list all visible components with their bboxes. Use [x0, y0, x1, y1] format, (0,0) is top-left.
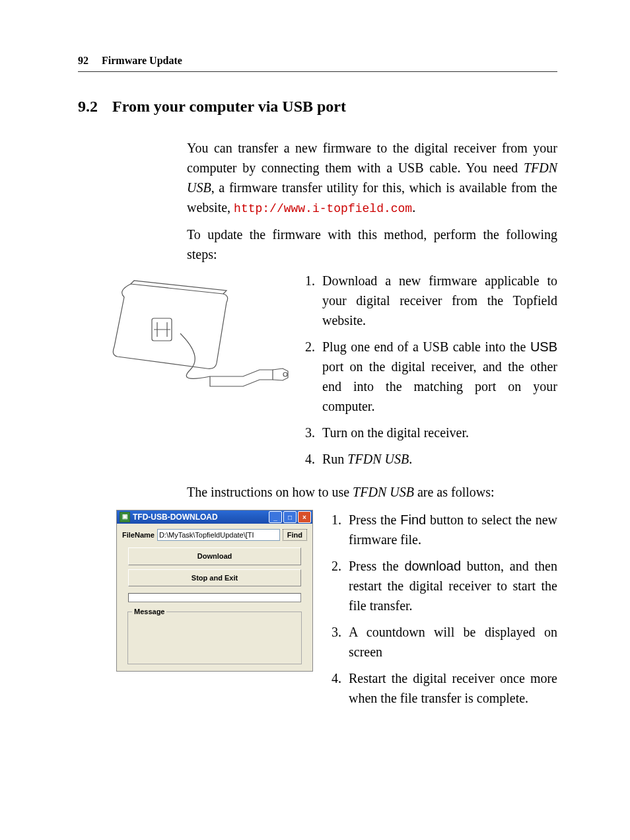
intro-paragraph-1: You can transfer a new firmware to the d…	[187, 138, 557, 218]
tfd-step-4: Restart the digital receiver once more w…	[345, 668, 557, 708]
filename-row: FileName Find	[122, 529, 307, 541]
dialog-titlebar: ▣ TFD-USB-DOWNLOAD _ □ ×	[117, 510, 312, 524]
intro-paragraph-2: To update the firmware with this method,…	[187, 225, 557, 264]
text: Run	[322, 452, 347, 466]
stop-exit-button[interactable]: Stop and Exit	[128, 569, 301, 587]
figure-and-steps-row: Download a new firmware applicable to yo…	[111, 271, 557, 475]
text: .	[412, 200, 415, 215]
chapter-title: Firmware Update	[102, 53, 182, 69]
text: You can transfer a new firmware to the d…	[187, 141, 557, 175]
text: port on the digital receiver, and the ot…	[322, 359, 557, 413]
dialog-title: TFD-USB-DOWNLOAD	[133, 511, 218, 523]
step-3: Turn on the digital receiver.	[318, 423, 557, 442]
step-1: Download a new firmware applicable to yo…	[318, 271, 557, 330]
tfd-step-1: Press the Find button to select the new …	[345, 510, 557, 549]
page-header: 92 Firmware Update	[78, 53, 557, 72]
intro-block: You can transfer a new firmware to the d…	[187, 138, 557, 264]
step-4: Run TFDN USB.	[318, 449, 557, 469]
close-icon[interactable]: ×	[298, 511, 311, 523]
usb-diagram	[111, 271, 289, 402]
progress-bar	[128, 593, 301, 602]
text: Plug one end of a USB cable into the	[322, 339, 530, 354]
find-button[interactable]: Find	[283, 529, 307, 541]
page-number: 92	[78, 53, 88, 69]
text: Press the	[349, 512, 400, 527]
section-title: From your computer via USB port	[112, 98, 346, 115]
section-heading: 9.2From your computer via USB port	[78, 94, 557, 118]
text: are as follows:	[414, 485, 495, 499]
maximize-icon[interactable]: □	[283, 511, 297, 523]
filename-input[interactable]	[157, 529, 280, 541]
section-number: 9.2	[78, 98, 98, 115]
utility-name: TFDN USB	[347, 452, 409, 466]
usb-label: USB	[530, 339, 557, 354]
filename-label: FileName	[122, 530, 155, 541]
tfd-row: ▣ TFD-USB-DOWNLOAD _ □ × FileName Find D…	[116, 510, 557, 715]
tfd-steps-list: Press the Find button to select the new …	[328, 510, 557, 715]
tfd-intro-paragraph: The instructions on how to use TFDN USB …	[187, 482, 557, 502]
find-label-ref: Find	[400, 512, 426, 527]
setup-steps-list: Download a new firmware applicable to yo…	[301, 271, 557, 475]
message-box: Message	[127, 606, 302, 664]
text: Press the	[349, 559, 404, 573]
download-label-ref: download	[404, 559, 461, 573]
text: .	[409, 452, 412, 466]
message-legend: Message	[132, 606, 166, 617]
text: The instructions on how to use	[187, 485, 353, 499]
step-2: Plug one end of a USB cable into the USB…	[318, 337, 557, 416]
utility-name: TFDN USB	[353, 485, 414, 499]
website-url: http://www.i-topfield.com	[234, 202, 412, 215]
tfd-step-2: Press the download button, and then rest…	[345, 556, 557, 615]
dialog-body: FileName Find Download Stop and Exit Mes…	[117, 524, 312, 671]
download-button[interactable]: Download	[128, 547, 301, 565]
app-icon: ▣	[120, 512, 130, 522]
minimize-icon[interactable]: _	[269, 511, 282, 523]
window-controls: _ □ ×	[269, 511, 311, 523]
tfd-step-3: A countdown will be displayed on screen	[345, 622, 557, 662]
svg-point-1	[283, 372, 287, 376]
tfd-dialog: ▣ TFD-USB-DOWNLOAD _ □ × FileName Find D…	[116, 510, 313, 672]
